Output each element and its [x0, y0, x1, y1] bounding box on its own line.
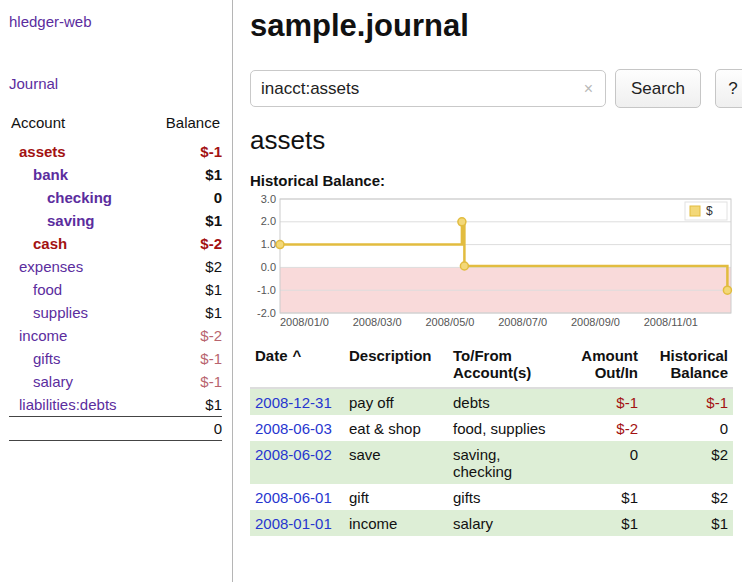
svg-text:2008/03/0: 2008/03/0 [353, 316, 402, 328]
transaction-accounts: debts [448, 388, 566, 415]
account-row: liabilities:debts $1 [9, 393, 222, 417]
accounts-header-account: Account [9, 114, 147, 140]
register-row: 2008-06-01 gift gifts $1 $2 [250, 484, 733, 510]
register-row: 2008-06-02 save saving, checking 0 $2 [250, 441, 733, 484]
register-row: 2008-06-03 eat & shop food, supplies $-2… [250, 415, 733, 441]
transaction-balance: $2 [643, 484, 733, 510]
accounts-total-row: 0 [9, 417, 222, 441]
account-row: assets $-1 [9, 140, 222, 163]
register-row: 2008-01-01 income salary $1 $1 [250, 510, 733, 536]
svg-text:3.0: 3.0 [261, 193, 276, 205]
transaction-date-link[interactable]: 2008-12-31 [255, 394, 332, 411]
register-header-row: Date^ Description To/From Account(s) Amo… [250, 345, 733, 388]
account-link-gifts[interactable]: gifts [33, 350, 61, 367]
account-row: supplies $1 [9, 301, 222, 324]
transaction-date-link[interactable]: 2008-06-03 [255, 420, 332, 437]
account-balance: $1 [147, 393, 222, 417]
transaction-amount: $1 [566, 510, 643, 536]
transaction-date-link[interactable]: 2008-06-02 [255, 446, 332, 463]
register-table: Date^ Description To/From Account(s) Amo… [250, 345, 733, 536]
page-title: sample.journal [250, 8, 742, 44]
app-brand-link[interactable]: hledger-web [9, 13, 222, 30]
clear-search-icon[interactable]: × [580, 80, 597, 97]
account-link-bank[interactable]: bank [33, 166, 68, 183]
svg-text:2.0: 2.0 [261, 215, 276, 227]
svg-text:1.0: 1.0 [261, 238, 276, 250]
svg-text:-1.0: -1.0 [257, 284, 276, 296]
svg-text:2008/07/0: 2008/07/0 [498, 316, 547, 328]
transaction-accounts: food, supplies [448, 415, 566, 441]
transaction-description: pay off [344, 388, 448, 415]
account-link-checking[interactable]: checking [47, 189, 112, 206]
accounts-total: 0 [147, 417, 222, 441]
account-link-assets[interactable]: assets [19, 143, 66, 160]
date-header-label: Date [255, 347, 288, 364]
chart-title: Historical Balance: [250, 172, 742, 189]
svg-text:-2.0: -2.0 [257, 307, 276, 319]
account-row: salary $-1 [9, 370, 222, 393]
transaction-amount: $-1 [566, 388, 643, 415]
account-row: checking 0 [9, 186, 222, 209]
accounts-header-row: Account Balance [9, 114, 222, 140]
register-header-date[interactable]: Date^ [250, 345, 344, 388]
account-row: gifts $-1 [9, 347, 222, 370]
transaction-date-link[interactable]: 2008-06-01 [255, 489, 332, 506]
register-header-balance: Historical Balance [643, 345, 733, 388]
account-link-expenses[interactable]: expenses [19, 258, 83, 275]
transaction-amount: $1 [566, 484, 643, 510]
account-balance: $1 [147, 301, 222, 324]
register-header-amount: Amount Out/In [566, 345, 643, 388]
search-input[interactable] [250, 70, 606, 107]
account-link-liabilities-debts[interactable]: liabilities:debts [19, 396, 117, 413]
account-balance: $-2 [147, 232, 222, 255]
hledger-web-app: hledger-web Journal Account Balance asse… [0, 0, 742, 582]
account-row: food $1 [9, 278, 222, 301]
transaction-balance: 0 [643, 415, 733, 441]
account-row: cash $-2 [9, 232, 222, 255]
historical-balance-chart: 3.02.01.00.0-1.0-2.02008/01/02008/03/020… [250, 193, 737, 333]
svg-text:2008/11/01: 2008/11/01 [644, 316, 698, 328]
transaction-amount: 0 [566, 441, 643, 484]
register-header-account: To/From Account(s) [448, 345, 566, 388]
account-balance: $2 [147, 255, 222, 278]
register-row: 2008-12-31 pay off debts $-1 $-1 [250, 388, 733, 415]
transaction-accounts: saving, checking [448, 441, 566, 484]
transaction-balance: $2 [643, 441, 733, 484]
sort-asc-icon: ^ [293, 347, 302, 364]
account-link-income[interactable]: income [19, 327, 67, 344]
transaction-description: gift [344, 484, 448, 510]
svg-text:2008/05/0: 2008/05/0 [426, 316, 475, 328]
account-balance: $1 [147, 209, 222, 232]
transaction-balance: $-1 [643, 388, 733, 415]
account-link-saving[interactable]: saving [47, 212, 95, 229]
transaction-amount: $-2 [566, 415, 643, 441]
accounts-header-balance: Balance [147, 114, 222, 140]
search-button[interactable]: Search [615, 69, 701, 108]
search-bar: × Search ? [250, 69, 742, 108]
account-row: saving $1 [9, 209, 222, 232]
account-link-salary[interactable]: salary [33, 373, 73, 390]
transaction-accounts: salary [448, 510, 566, 536]
account-balance: 0 [147, 186, 222, 209]
transaction-description: save [344, 441, 448, 484]
main-content: sample.journal × Search ? assets Histori… [233, 0, 742, 582]
account-balance: $-1 [147, 347, 222, 370]
transaction-description: income [344, 510, 448, 536]
register-header-description: Description [344, 345, 448, 388]
help-button[interactable]: ? [715, 69, 742, 108]
svg-text:$: $ [706, 204, 713, 218]
section-title: assets [250, 125, 742, 156]
account-balance: $-1 [147, 370, 222, 393]
transaction-description: eat & shop [344, 415, 448, 441]
account-balance: $1 [147, 163, 222, 186]
account-link-supplies[interactable]: supplies [33, 304, 88, 321]
account-balance: $-2 [147, 324, 222, 347]
sidebar-item-journal[interactable]: Journal [9, 75, 222, 92]
svg-text:2008/01/0: 2008/01/0 [280, 316, 329, 328]
account-row: bank $1 [9, 163, 222, 186]
account-link-cash[interactable]: cash [33, 235, 67, 252]
svg-text:0.0: 0.0 [261, 261, 276, 273]
transaction-date-link[interactable]: 2008-01-01 [255, 515, 332, 532]
transaction-accounts: gifts [448, 484, 566, 510]
account-link-food[interactable]: food [33, 281, 62, 298]
